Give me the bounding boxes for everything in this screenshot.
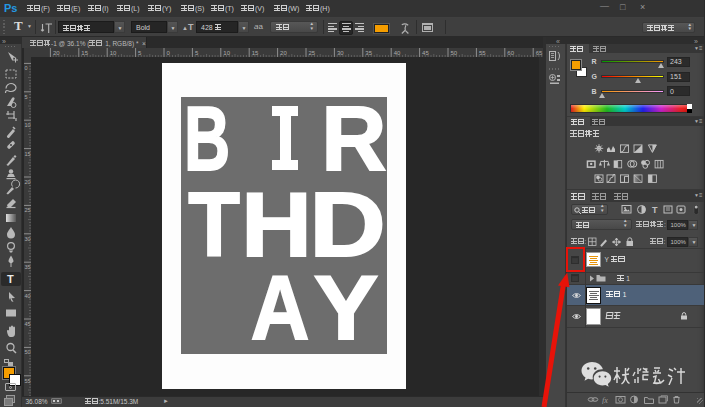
- svg-text:T: T: [652, 205, 658, 215]
- svg-text:Y: Y: [314, 257, 379, 358]
- svg-text:fx: fx: [602, 396, 608, 405]
- svg-text:T: T: [188, 174, 240, 275]
- svg-text:A: A: [251, 257, 310, 358]
- svg-text:R: R: [321, 88, 386, 189]
